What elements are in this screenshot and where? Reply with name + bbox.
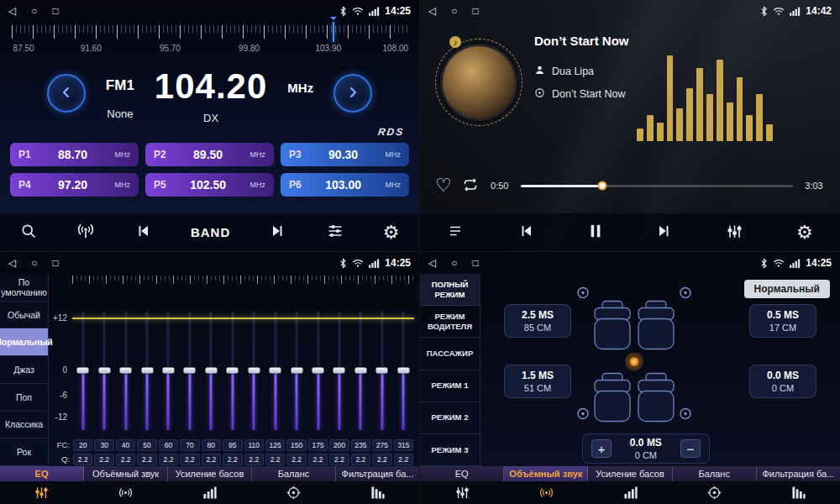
settings-button[interactable]: ⚙ (793, 220, 816, 245)
eq-band-slider[interactable] (179, 307, 200, 432)
scan-search-button[interactable] (17, 219, 40, 245)
balance-icon[interactable] (672, 486, 756, 500)
increase-delay-button[interactable]: + (591, 439, 612, 458)
home-nav-icon[interactable]: ○ (31, 258, 37, 268)
eq-sliders-icon[interactable] (0, 486, 84, 500)
next-track-button[interactable] (653, 220, 676, 244)
repeat-button[interactable] (462, 177, 479, 195)
eq-slider-knob[interactable] (354, 368, 366, 374)
eq-band-slider[interactable] (371, 307, 392, 432)
delay-card-rear-left[interactable]: 1.5 MS 51 CM (504, 365, 571, 398)
eq-slider-knob[interactable] (312, 368, 324, 374)
frequency-pointer[interactable] (333, 22, 334, 42)
radio-preset-p6[interactable]: P6103.00MHz (281, 173, 409, 197)
eq-preset-item[interactable]: По умолчанию (0, 274, 48, 302)
surround-sound-icon[interactable] (84, 486, 168, 500)
eq-slider-knob[interactable] (205, 368, 217, 374)
eq-band-slider[interactable] (158, 307, 179, 432)
eq-band-slider[interactable] (265, 307, 286, 432)
listening-mode-item[interactable]: ПОЛНЫЙ РЕЖИМ (420, 274, 480, 306)
band-button[interactable]: BAND (187, 222, 234, 243)
seek-bar[interactable] (521, 185, 793, 187)
eq-band-slider[interactable] (72, 307, 93, 432)
decrease-delay-button[interactable]: − (680, 439, 701, 458)
home-nav-icon[interactable]: ○ (31, 6, 37, 16)
eq-band-slider[interactable] (93, 307, 114, 432)
eq-band-slider[interactable] (328, 307, 349, 432)
audio-tab-1[interactable]: EQ (0, 466, 84, 481)
eq-band-slider[interactable] (244, 307, 265, 432)
back-nav-icon[interactable]: ◁ (8, 258, 16, 268)
bass-boost-icon[interactable] (588, 486, 672, 500)
audio-tab-2[interactable]: Объёмный звук (504, 466, 588, 481)
eq-slider-knob[interactable] (77, 368, 89, 374)
eq-slider-knob[interactable] (333, 368, 345, 374)
next-station-button[interactable] (266, 220, 290, 244)
recent-nav-icon[interactable]: □ (52, 6, 58, 16)
audio-tab-1[interactable]: EQ (420, 466, 504, 481)
audio-tab-3[interactable]: Усиление басов (588, 466, 672, 481)
eq-slider-knob[interactable] (162, 368, 174, 374)
settings-button[interactable]: ⚙ (380, 220, 403, 245)
radio-preset-p5[interactable]: P5102.50MHz (145, 173, 274, 197)
listening-mode-item[interactable]: РЕЖИМ 3 (420, 434, 480, 466)
delay-card-front-left[interactable]: 2.5 MS 85 CM (504, 304, 571, 338)
profile-button[interactable]: Нормальный (744, 280, 830, 298)
radio-preset-p2[interactable]: P289.50MHz (145, 143, 274, 166)
delay-card-rear-right[interactable]: 0.0 MS 0 CM (749, 365, 816, 398)
eq-slider-knob[interactable] (184, 368, 196, 374)
eq-slider-knob[interactable] (376, 368, 388, 374)
audio-tab-4[interactable]: Баланс (673, 466, 757, 481)
eq-preset-item[interactable]: Рок (0, 438, 48, 466)
eq-slider-knob[interactable] (120, 368, 132, 374)
audio-settings-button[interactable] (323, 219, 347, 245)
previous-track-button[interactable] (514, 220, 538, 244)
eq-band-slider[interactable] (393, 307, 414, 432)
eq-preset-item[interactable]: Джаз (0, 356, 48, 384)
surround-sound-icon[interactable] (504, 486, 588, 500)
eq-slider-knob[interactable] (141, 368, 153, 374)
tune-down-button[interactable] (47, 74, 86, 113)
eq-preset-item[interactable]: Нормальный (0, 328, 48, 356)
back-nav-icon[interactable]: ◁ (8, 6, 16, 16)
eq-band-slider[interactable] (201, 307, 222, 432)
back-nav-icon[interactable]: ◁ (428, 258, 436, 268)
eq-preset-item[interactable]: Классика (0, 412, 48, 439)
previous-station-button[interactable] (131, 220, 155, 244)
balance-icon[interactable] (251, 486, 335, 500)
eq-band-slider[interactable] (115, 307, 136, 432)
bass-boost-icon[interactable] (168, 486, 252, 500)
seek-knob[interactable] (598, 181, 607, 191)
eq-slider-knob[interactable] (248, 368, 260, 374)
listening-mode-item[interactable]: РЕЖИМ 1 (420, 370, 480, 402)
subwoofer-filter-icon[interactable] (335, 486, 419, 500)
eq-slider-knob[interactable] (291, 368, 302, 374)
audio-tab-2[interactable]: Объёмный звук (84, 466, 168, 481)
listening-mode-item[interactable]: РЕЖИМ ВОДИТЕЛЯ (420, 306, 480, 338)
eq-band-slider[interactable] (350, 307, 371, 432)
eq-slider-knob[interactable] (270, 368, 281, 374)
home-nav-icon[interactable]: ○ (451, 258, 457, 268)
audio-tab-5[interactable]: Фильтрация ба... (757, 466, 840, 481)
broadcast-button[interactable] (73, 219, 98, 245)
audio-tab-5[interactable]: Фильтрация ба... (336, 466, 419, 481)
playlist-button[interactable] (444, 220, 467, 244)
recent-nav-icon[interactable]: □ (52, 258, 58, 268)
subwoofer-filter-icon[interactable] (756, 486, 840, 500)
listening-mode-item[interactable]: ПАССАЖИР (420, 338, 480, 370)
favorite-button[interactable]: ♡ (435, 176, 452, 195)
radio-preset-p1[interactable]: P188.70MHz (10, 143, 139, 166)
recent-nav-icon[interactable]: □ (472, 258, 478, 268)
eq-band-slider[interactable] (136, 307, 157, 432)
eq-band-slider[interactable] (222, 307, 243, 432)
eq-slider-knob[interactable] (227, 368, 239, 374)
radio-preset-p3[interactable]: P390.30MHz (281, 143, 409, 166)
eq-preset-item[interactable]: Поп (0, 384, 48, 412)
recent-nav-icon[interactable]: □ (472, 6, 478, 16)
audio-tab-4[interactable]: Баланс (252, 466, 336, 481)
eq-band-slider[interactable] (307, 307, 328, 432)
eq-slider-knob[interactable] (98, 368, 110, 374)
home-nav-icon[interactable]: ○ (451, 6, 457, 16)
delay-card-front-right[interactable]: 0.5 MS 17 CM (749, 304, 816, 338)
back-nav-icon[interactable]: ◁ (428, 6, 436, 16)
